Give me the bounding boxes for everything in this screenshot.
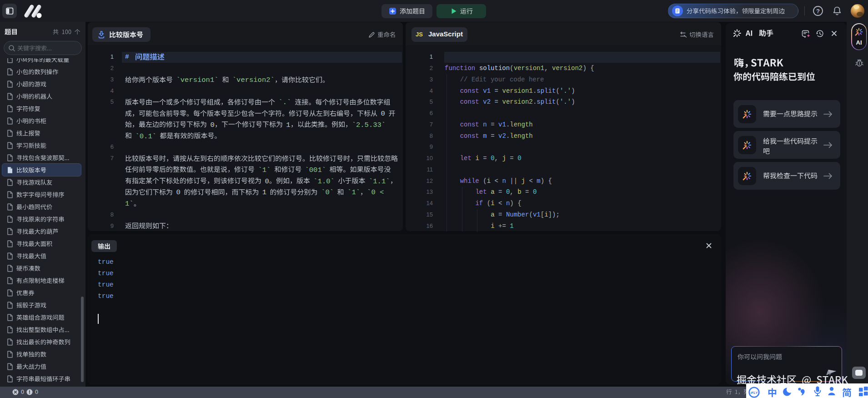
svg-text:?: ? xyxy=(816,8,820,15)
svg-text:iFLY: iFLY xyxy=(751,391,758,395)
